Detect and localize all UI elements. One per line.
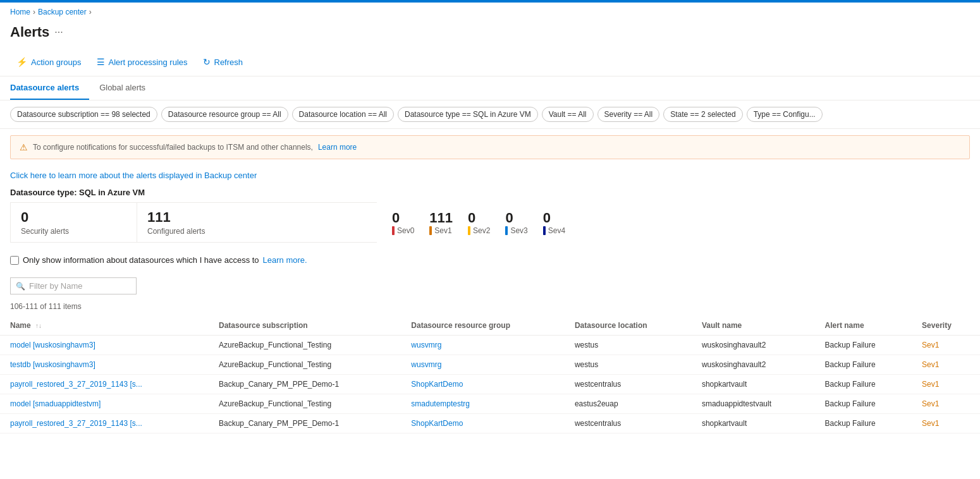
sev1-item: 111 Sev1: [429, 210, 453, 235]
table-row: payroll_restored_3_27_2019_1143 [s... Ba…: [0, 375, 980, 394]
info-banner-text: To configure notifications for successfu…: [33, 143, 313, 152]
configured-alerts-card[interactable]: 111 Configured alerts: [137, 202, 377, 243]
tab-datasource-alerts[interactable]: Datasource alerts: [10, 76, 89, 100]
cell-location-0: westus: [565, 336, 692, 355]
name-link-4[interactable]: payroll_restored_3_27_2019_1143 [s...: [10, 419, 142, 428]
severity-badge-3: Sev1: [922, 399, 939, 408]
sev0-count: 0: [392, 210, 400, 226]
sev3-item: 0 Sev3: [505, 210, 527, 235]
search-icon: 🔍: [16, 282, 25, 291]
severity-stats-row: 0 Sev0 111 Sev1 0 Sev2 0 Sev3: [382, 202, 575, 243]
cell-subscription-4: Backup_Canary_PM_PPE_Demo-1: [209, 414, 401, 434]
resource-group-link-0[interactable]: wusvmrg: [411, 341, 441, 349]
sev4-dot: [543, 226, 546, 235]
ellipsis-icon[interactable]: ···: [54, 27, 63, 38]
breadcrumb-sep2: ›: [89, 8, 92, 16]
table-row: model [wuskosinghavm3] AzureBackup_Funct…: [0, 336, 980, 355]
info-banner-learn-more-link[interactable]: Learn more: [318, 143, 357, 152]
filter-by-name-input[interactable]: [29, 281, 131, 291]
cell-severity-1: Sev1: [912, 355, 980, 375]
cell-resource-group-4: ShopKartDemo: [401, 414, 565, 434]
name-link-3[interactable]: model [smaduappidtestvm]: [10, 399, 101, 408]
learn-more-alerts-link[interactable]: Click here to learn more about the alert…: [0, 166, 980, 185]
sev0-label: Sev0: [397, 226, 414, 235]
breadcrumb-sep1: ›: [33, 8, 35, 16]
sev2-item: 0 Sev2: [468, 210, 490, 235]
cell-vault-3: smaduappidtestvault: [692, 394, 815, 414]
filter-chip-vault[interactable]: Vault == All: [542, 107, 594, 122]
table-row: model [smaduappidtestvm] AzureBackup_Fun…: [0, 394, 980, 414]
col-header-resource-group: Datasource resource group: [401, 316, 565, 336]
refresh-button[interactable]: ↻ Refresh: [197, 53, 250, 71]
cell-vault-1: wuskosinghavault2: [692, 355, 815, 375]
cell-alert-name-3: Backup Failure: [815, 394, 912, 414]
severity-badge-2: Sev1: [922, 380, 939, 389]
resource-group-link-3[interactable]: smadutemptestrg: [411, 399, 470, 408]
sev4-label: Sev4: [548, 226, 565, 235]
toolbar: ⚡ Action groups ☰ Alert processing rules…: [0, 48, 980, 76]
cell-name-3: model [smaduappidtestvm]: [0, 394, 209, 414]
col-header-vault: Vault name: [692, 316, 815, 336]
sev0-item: 0 Sev0: [392, 210, 414, 235]
filter-chip-datasource-type[interactable]: Datasource type == SQL in Azure VM: [398, 107, 538, 122]
name-link-0[interactable]: model [wuskosinghavm3]: [10, 341, 95, 349]
col-header-alert-name: Alert name: [815, 316, 912, 336]
action-groups-button[interactable]: ⚡ Action groups: [10, 53, 88, 71]
cell-name-1: testdb [wuskosinghavm3]: [0, 355, 209, 375]
configured-label: Configured alerts: [147, 227, 367, 236]
security-alerts-card[interactable]: 0 Security alerts: [10, 202, 137, 243]
sev2-label: Sev2: [473, 226, 490, 235]
cell-severity-2: Sev1: [912, 375, 980, 394]
filter-input-container: 🔍: [10, 277, 137, 294]
action-groups-label: Action groups: [31, 58, 82, 67]
cell-resource-group-2: ShopKartDemo: [401, 375, 565, 394]
filter-chip-subscription[interactable]: Datasource subscription == 98 selected: [10, 107, 157, 122]
sev3-label: Sev3: [510, 226, 527, 235]
filter-chip-state[interactable]: State == 2 selected: [663, 107, 742, 122]
filter-chip-location[interactable]: Datasource location == All: [292, 107, 394, 122]
resource-group-link-2[interactable]: ShopKartDemo: [411, 380, 463, 389]
resource-group-link-1[interactable]: wusvmrg: [411, 360, 441, 369]
alert-processing-rules-icon: ☰: [97, 57, 105, 67]
resource-group-link-4[interactable]: ShopKartDemo: [411, 419, 463, 428]
info-banner: ⚠ To configure notifications for success…: [10, 135, 970, 159]
breadcrumb-home[interactable]: Home: [10, 8, 30, 16]
table-header-row: Name ↑↓ Datasource subscription Datasour…: [0, 316, 980, 336]
breadcrumb-backup-center[interactable]: Backup center: [38, 8, 87, 16]
filter-input-row: 🔍: [0, 272, 980, 300]
access-filter-checkbox[interactable]: [10, 256, 19, 265]
access-filter-row: Only show information about datasources …: [0, 248, 980, 272]
sev3-dot: [505, 226, 508, 235]
filters-bar: Datasource subscription == 98 selected D…: [0, 100, 980, 129]
cell-alert-name-0: Backup Failure: [815, 336, 912, 355]
cell-vault-0: wuskosinghavault2: [692, 336, 815, 355]
cell-name-0: model [wuskosinghavm3]: [0, 336, 209, 355]
col-header-name[interactable]: Name ↑↓: [0, 316, 209, 336]
cell-severity-3: Sev1: [912, 394, 980, 414]
cell-alert-name-2: Backup Failure: [815, 375, 912, 394]
cell-severity-4: Sev1: [912, 414, 980, 434]
name-link-2[interactable]: payroll_restored_3_27_2019_1143 [s...: [10, 380, 142, 389]
cell-resource-group-3: smadutemptestrg: [401, 394, 565, 414]
access-filter-learn-more-link[interactable]: Learn more.: [263, 255, 307, 265]
cell-resource-group-1: wusvmrg: [401, 355, 565, 375]
cell-subscription-3: AzureBackup_Functional_Testing: [209, 394, 401, 414]
filter-chip-resource-group[interactable]: Datasource resource group == All: [161, 107, 288, 122]
table-container: Name ↑↓ Datasource subscription Datasour…: [0, 316, 980, 434]
cell-location-1: westus: [565, 355, 692, 375]
cell-location-3: eastus2euap: [565, 394, 692, 414]
col-header-severity: Severity: [912, 316, 980, 336]
tab-global-alerts[interactable]: Global alerts: [99, 76, 156, 100]
cell-subscription-2: Backup_Canary_PM_PPE_Demo-1: [209, 375, 401, 394]
cell-name-2: payroll_restored_3_27_2019_1143 [s...: [0, 375, 209, 394]
alert-processing-rules-button[interactable]: ☰ Alert processing rules: [90, 53, 194, 71]
cell-resource-group-0: wusvmrg: [401, 336, 565, 355]
alert-processing-rules-label: Alert processing rules: [109, 58, 188, 67]
filter-chip-type[interactable]: Type == Configu...: [747, 107, 823, 122]
security-count: 0: [21, 209, 126, 226]
name-link-1[interactable]: testdb [wuskosinghavm3]: [10, 360, 95, 369]
sev2-dot: [468, 226, 470, 235]
cell-vault-2: shopkartvault: [692, 375, 815, 394]
filter-chip-severity[interactable]: Severity == All: [597, 107, 660, 122]
sev4-count: 0: [543, 210, 551, 226]
